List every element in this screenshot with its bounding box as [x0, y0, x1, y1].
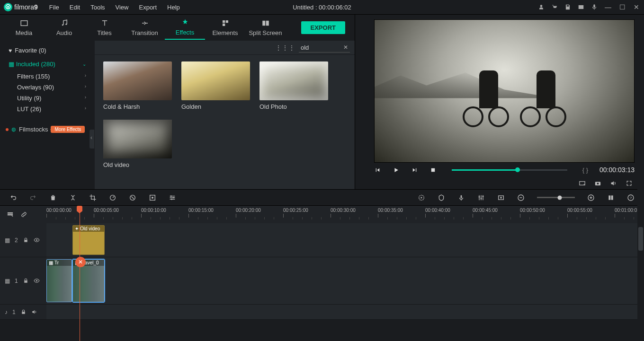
menu-file[interactable]: File — [45, 2, 64, 13]
cart-icon[interactable] — [551, 4, 558, 10]
effect-golden[interactable]: Golden — [181, 61, 250, 110]
timeline-toolbar: ? — [0, 189, 644, 205]
sidebar-utility[interactable]: Utility (9)› — [0, 93, 95, 104]
zoom-slider[interactable] — [537, 197, 575, 198]
logo-icon: ⦿ — [4, 3, 12, 11]
sidebar-filmstocks[interactable]: ◍ Filmstocks More Effects — [0, 123, 95, 136]
vertical-scrollbar[interactable] — [637, 189, 644, 341]
marker-icon[interactable] — [438, 194, 445, 201]
speed-icon[interactable] — [109, 194, 116, 201]
link-icon[interactable] — [20, 211, 27, 218]
preview-progress[interactable] — [452, 169, 567, 171]
sidebar-collapse-handle[interactable] — [89, 130, 94, 149]
svg-rect-22 — [483, 196, 484, 197]
effect-cold-harsh[interactable]: Cold & Harsh — [103, 61, 172, 110]
svg-rect-30 — [8, 212, 13, 214]
minimize-button[interactable]: — — [604, 3, 612, 11]
mail-icon[interactable] — [578, 4, 584, 10]
effects-content: ⋮⋮⋮ ✕ Cold & Harsh Golden Old Photo Old … — [95, 41, 355, 189]
sidebar-favorite[interactable]: Favorite (0) — [0, 44, 95, 57]
tab-effects[interactable]: Effects — [165, 16, 205, 40]
ruler-tick: 00:00:30:00 — [331, 208, 356, 218]
project-title: Untitled : 00:00:06:02 — [293, 4, 351, 11]
menu-edit[interactable]: Edit — [65, 2, 85, 13]
effect-old-video[interactable]: Old video — [103, 120, 172, 168]
sidebar-lut[interactable]: LUT (26)› — [0, 104, 95, 114]
snapshot-icon[interactable] — [594, 180, 601, 187]
tab-audio[interactable]: Audio — [44, 16, 84, 39]
timeline-ruler[interactable]: 00:00:00:0000:00:05:0000:00:10:0000:00:1… — [46, 206, 644, 223]
transition-badge-icon[interactable]: ✕ — [75, 257, 86, 267]
range-markers-icon[interactable]: { } — [582, 166, 588, 174]
help-icon[interactable]: ? — [627, 194, 635, 201]
eye-icon[interactable] — [34, 237, 40, 243]
crop-icon[interactable] — [89, 194, 97, 201]
titlebar: ⦿ filmora9 File Edit Tools View Export H… — [0, 0, 644, 14]
zoom-in-icon[interactable] — [587, 194, 595, 201]
menu-export[interactable]: Export — [134, 2, 161, 13]
add-marker-icon[interactable] — [497, 194, 505, 201]
redo-icon[interactable] — [29, 194, 37, 201]
manage-tracks-icon[interactable] — [7, 211, 14, 218]
prev-frame-button[interactable] — [374, 166, 381, 174]
eye-icon[interactable] — [34, 278, 40, 284]
transport-bar: { } 00:00:03:13 — [374, 163, 635, 177]
split-icon[interactable] — [69, 194, 77, 201]
mixer-icon[interactable] — [477, 194, 485, 201]
svg-rect-5 — [262, 21, 265, 26]
tab-titles[interactable]: Titles — [84, 16, 125, 39]
tab-transition[interactable]: Transition — [125, 16, 165, 39]
sidebar-overlays[interactable]: Overlays (90)› — [0, 82, 95, 93]
svg-point-14 — [152, 197, 153, 199]
effect-old-photo[interactable]: Old Photo — [259, 61, 328, 110]
lock-icon[interactable] — [20, 309, 27, 315]
menu-tools[interactable]: Tools — [86, 2, 109, 13]
svg-rect-2 — [223, 20, 225, 23]
speaker-icon[interactable] — [31, 309, 37, 315]
ruler-tick: 00:00:40:00 — [425, 208, 450, 218]
next-frame-button[interactable] — [411, 166, 418, 174]
maximize-button[interactable]: ☐ — [618, 3, 626, 11]
tab-media[interactable]: Media — [4, 16, 44, 39]
close-button[interactable]: ✕ — [633, 3, 640, 11]
svg-point-15 — [170, 195, 172, 197]
more-effects-badge[interactable]: More Effects — [51, 126, 85, 133]
clear-search-icon[interactable]: ✕ — [343, 44, 348, 51]
color-icon[interactable] — [129, 194, 136, 201]
preview-canvas[interactable] — [374, 19, 635, 163]
search-input[interactable] — [301, 44, 339, 51]
svg-point-35 — [36, 280, 37, 281]
menu-view[interactable]: View — [111, 2, 134, 13]
undo-icon[interactable] — [9, 194, 17, 201]
sidebar-included[interactable]: ▦ Included (280)⌄ — [0, 57, 95, 71]
zoom-out-icon[interactable] — [517, 194, 525, 201]
save-icon[interactable] — [564, 4, 571, 10]
account-icon[interactable] — [538, 4, 545, 10]
playhead[interactable] — [80, 206, 80, 341]
export-button[interactable]: EXPORT — [301, 21, 345, 34]
clip-old-video-effect[interactable]: ✦Old video — [72, 225, 105, 255]
zoom-fit-icon[interactable] — [607, 194, 615, 201]
sidebar-filters[interactable]: Filters (155)› — [0, 71, 95, 82]
svg-rect-19 — [461, 195, 462, 198]
delete-icon[interactable] — [49, 194, 57, 201]
ruler-tick: 00:00:10:00 — [141, 208, 166, 218]
stop-button[interactable] — [429, 166, 437, 174]
tab-elements[interactable]: Elements — [205, 16, 245, 39]
play-button[interactable] — [393, 166, 400, 174]
mic-icon[interactable] — [591, 4, 598, 10]
lock-icon[interactable] — [23, 278, 29, 284]
record-vo-icon[interactable] — [457, 194, 465, 201]
quality-icon[interactable] — [579, 180, 586, 187]
greenscreen-icon[interactable] — [149, 194, 156, 201]
volume-icon[interactable] — [610, 180, 617, 187]
tab-splitscreen[interactable]: Split Screen — [245, 16, 286, 39]
adjust-icon[interactable] — [169, 194, 176, 201]
svg-rect-21 — [481, 198, 482, 199]
lock-icon[interactable] — [23, 237, 29, 243]
fullscreen-icon[interactable] — [626, 180, 633, 187]
render-icon[interactable] — [418, 194, 425, 201]
grid-view-icon[interactable]: ⋮⋮⋮ — [275, 44, 295, 52]
menu-help[interactable]: Help — [162, 2, 185, 13]
clip-video-1[interactable]: ▦Tr — [46, 259, 72, 302]
